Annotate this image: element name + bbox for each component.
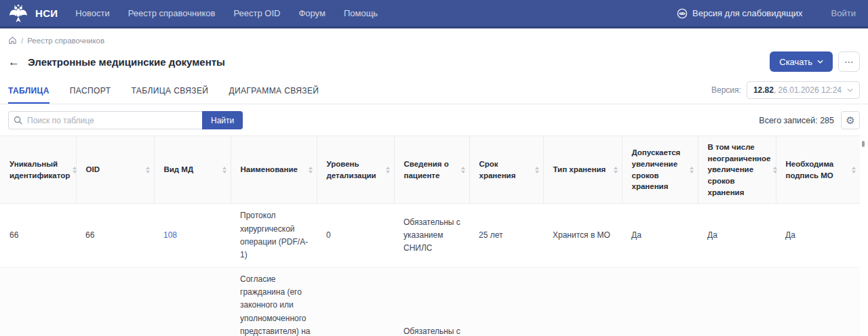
data-table: Уникальный идентификатор OID Вид МД Наим… (0, 135, 860, 336)
sort-carets-icon[interactable] (614, 167, 618, 173)
brand-title[interactable]: НСИ (35, 7, 58, 19)
gear-icon: ⚙ (846, 114, 854, 126)
cell-patient-info: Обязательны с указанием СНИЛС (394, 204, 469, 268)
accessibility-version-label: Версия для слабовидящих (692, 8, 803, 18)
sort-carets-icon[interactable] (773, 167, 777, 173)
version-date: , 26.01.2026 12:24 (774, 85, 842, 95)
nav-item-dictionary-registry[interactable]: Реестр справочников (128, 8, 216, 18)
total-records-label: Всего записей: 285 (759, 116, 834, 125)
cell-detail-level: 0 (317, 268, 394, 336)
cell-patient-info: Обязательны с указанием СНИЛС (394, 268, 469, 336)
col-header-extension-allowed[interactable]: Допускается увеличение сроков хранения (622, 136, 698, 204)
col-header-vid-md[interactable]: Вид МД (154, 136, 231, 204)
sort-carets-icon[interactable] (73, 167, 77, 173)
cell-oid: 120 (76, 268, 154, 336)
sort-carets-icon[interactable] (309, 167, 313, 173)
accessibility-version-link[interactable]: Версия для слабовидящих (677, 8, 803, 19)
cell-unlimited-extension: Да (698, 268, 776, 336)
nav-item-forum[interactable]: Форум (298, 8, 326, 18)
nav-item-oid-registry[interactable]: Реестр OID (233, 8, 280, 18)
page-title: Электронные медицинские документы (28, 56, 225, 68)
col-header-mo-signature[interactable]: Необходима подпись МО (776, 136, 860, 204)
login-link[interactable]: Войти (831, 8, 856, 18)
cell-oid: 66 (76, 204, 154, 268)
cell-mo-signature: Да (776, 268, 860, 336)
version-value: 12.82 (753, 85, 774, 95)
cell-detail-level: 0 (317, 204, 394, 268)
sort-carets-icon[interactable] (461, 167, 465, 173)
breadcrumb: / Реестр справочников (0, 28, 868, 46)
col-header-patient-info[interactable]: Сведения о пациенте (394, 136, 469, 204)
version-select[interactable]: 12.82, 26.01.2026 12:24 (747, 81, 860, 99)
sort-carets-icon[interactable] (690, 167, 694, 173)
search-icon (14, 115, 22, 127)
cell-extension-allowed: Да (622, 204, 698, 268)
sort-carets-icon[interactable] (535, 167, 539, 173)
cell-name: Согласие гражданина (его законного или у… (231, 268, 317, 336)
cell-storage-term: 25 лет (469, 204, 543, 268)
table-search-input[interactable] (8, 111, 202, 129)
cell-unique-id: 66 (0, 204, 76, 268)
download-button-label: Скачать (779, 57, 812, 67)
data-table-container: Уникальный идентификатор OID Вид МД Наим… (0, 135, 868, 336)
cell-unlimited-extension: Да (698, 204, 776, 268)
breadcrumb-item-registry[interactable]: Реестр справочников (27, 37, 104, 45)
page-header: ← Электронные медицинские документы Скач… (0, 46, 868, 79)
cell-storage-type: Хранится в МО (543, 204, 622, 268)
table-toolbar: Найти Всего записей: 285 ⚙ (0, 104, 868, 135)
coat-of-arms-logo (8, 3, 28, 24)
col-header-unique-id[interactable]: Уникальный идентификатор (0, 136, 76, 204)
col-header-storage-type[interactable]: Тип хранения (543, 136, 622, 204)
top-navbar: НСИ Новости Реестр справочников Реестр O… (0, 0, 868, 28)
tab-relations-table[interactable]: ТАБЛИЦА СВЯЗЕЙ (131, 82, 208, 104)
tab-table[interactable]: ТАБЛИЦА (8, 82, 50, 104)
cell-name: Протокол хирургической операции (PDF/A-1… (231, 204, 317, 268)
breadcrumb-separator: / (21, 37, 23, 45)
nav-item-help[interactable]: Помощь (344, 8, 378, 18)
cell-storage-term: 25 лет (469, 268, 543, 336)
ellipsis-icon: ⋯ (844, 56, 854, 67)
tab-relations-diagram[interactable]: ДИАГРАММА СВЯЗЕЙ (229, 82, 319, 104)
home-icon[interactable] (8, 36, 17, 45)
table-row[interactable]: 120 120 374 Согласие гражданина (его зак… (0, 268, 860, 336)
search-submit-button[interactable]: Найти (202, 111, 243, 129)
col-header-detail-level[interactable]: Уровень детализации (317, 136, 394, 204)
sort-carets-icon[interactable] (222, 167, 226, 173)
back-arrow-icon[interactable]: ← (8, 56, 20, 68)
table-row[interactable]: 66 66 108 Протокол хирургической операци… (0, 204, 860, 268)
col-header-oid[interactable]: OID (76, 136, 154, 204)
more-actions-button[interactable]: ⋯ (838, 51, 860, 72)
col-header-unlimited-extension[interactable]: В том числе неограниченное увеличение ср… (698, 136, 776, 204)
chevron-down-icon (817, 60, 823, 64)
sort-carets-icon[interactable] (386, 167, 390, 173)
vertical-scrollbar[interactable] (862, 141, 865, 147)
download-button[interactable]: Скачать (770, 51, 833, 72)
sort-carets-icon[interactable] (852, 167, 856, 173)
chevron-down-icon (847, 88, 853, 92)
table-header-row: Уникальный идентификатор OID Вид МД Наим… (0, 136, 860, 204)
cell-unique-id: 120 (0, 268, 76, 336)
cell-storage-type: Выдается МО (543, 268, 622, 336)
vid-md-link[interactable]: 108 (163, 230, 177, 240)
tab-passport[interactable]: ПАСПОРТ (70, 82, 111, 104)
cell-extension-allowed: Да (622, 268, 698, 336)
version-label: Версия: (711, 85, 741, 95)
main-nav: Новости Реестр справочников Реестр OID Ф… (75, 8, 378, 18)
cell-vid-md: 108 (154, 204, 231, 268)
eye-icon (677, 8, 688, 19)
tabs-bar: ТАБЛИЦА ПАСПОРТ ТАБЛИЦА СВЯЗЕЙ ДИАГРАММА… (0, 79, 868, 104)
nav-item-news[interactable]: Новости (75, 8, 109, 18)
sort-carets-icon[interactable] (146, 167, 150, 173)
table-settings-button[interactable]: ⚙ (841, 111, 860, 129)
col-header-storage-term[interactable]: Срок хранения (469, 136, 543, 204)
cell-mo-signature: Да (776, 204, 860, 268)
cell-vid-md: 374 (154, 268, 231, 336)
col-header-name[interactable]: Наименование (231, 136, 317, 204)
